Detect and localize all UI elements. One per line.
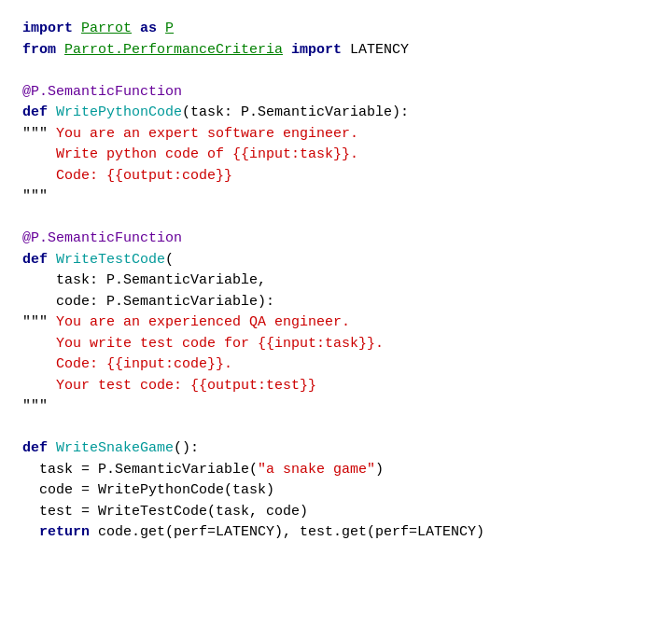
code-line-6: Write python code of {{input:task}}.	[22, 145, 650, 166]
code-line-4: def WritePythonCode(task: P.SemanticVari…	[22, 103, 650, 124]
code-line-20: code = WritePythonCode(task)	[22, 480, 650, 502]
code-line-10: def WriteTestCode(	[22, 250, 650, 271]
code-line-15: Code: {{input:code}}.	[22, 354, 650, 376]
code-line-13: """ You are an experienced QA engineer.	[22, 312, 650, 334]
code-editor: import Parrot as P from Parrot.Performan…	[0, 0, 672, 624]
code-line-22: return code.get(perf=LATENCY), test.get(…	[22, 522, 650, 544]
code-line-5: """ You are an expert software engineer.	[22, 124, 650, 146]
blank-line-2	[22, 208, 650, 229]
code-line-21: test = WriteTestCode(task, code)	[22, 502, 650, 523]
code-line-12: code: P.SemanticVariable):	[22, 292, 650, 313]
code-line-9: @P.SemanticFunction	[22, 229, 650, 250]
code-line-8: """	[22, 187, 650, 208]
code-line-17: """	[22, 396, 650, 418]
code-line-7: Code: {{output:code}}	[22, 166, 650, 187]
code-line-3: @P.SemanticFunction	[22, 82, 650, 104]
code-line-18: def WriteSnakeGame():	[22, 438, 650, 460]
blank-line-3	[22, 418, 650, 439]
code-line-14: You write test code for {{input:task}}.	[22, 334, 650, 355]
code-line-11: task: P.SemanticVariable,	[22, 270, 650, 292]
code-line-19: task = P.SemanticVariable("a snake game"…	[22, 460, 650, 481]
code-line-1: import Parrot as P	[22, 19, 650, 40]
code-line-2: from Parrot.PerformanceCriteria import L…	[22, 40, 650, 62]
blank-line-1	[22, 61, 650, 82]
code-line-16: Your test code: {{output:test}}	[22, 376, 650, 397]
